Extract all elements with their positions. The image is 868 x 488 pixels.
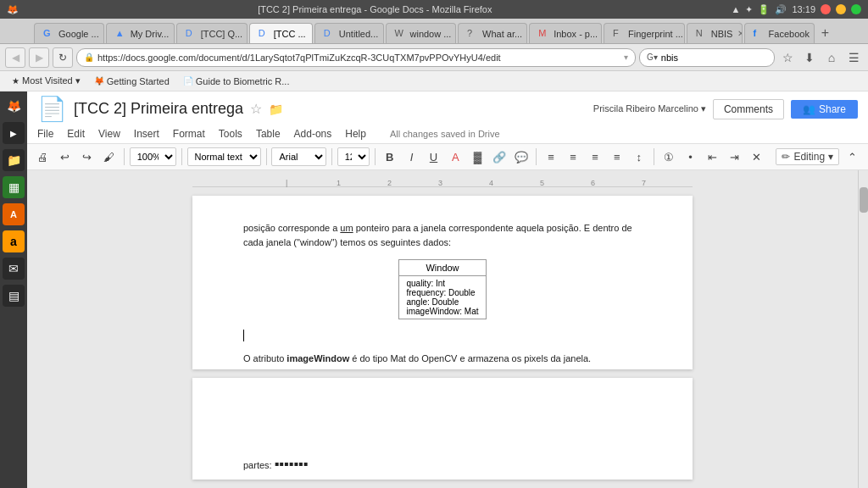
toolbar-bulletlist-btn[interactable]: •	[682, 147, 700, 167]
tab-fingerprint[interactable]: F Fingerprint ... ✕	[604, 23, 685, 43]
docs-folder-icon[interactable]: 📁	[269, 103, 283, 116]
toolbar-align-justify-btn[interactable]: ≡	[608, 147, 626, 167]
battery-icon: 🔋	[758, 4, 770, 15]
menu-addons[interactable]: Add-ons	[294, 126, 332, 141]
back-button[interactable]: ◀	[5, 47, 25, 68]
toolbar-clearformat-btn[interactable]: ✕	[747, 147, 765, 167]
home-icon[interactable]: ⌂	[822, 48, 841, 67]
toolbar-linespacing-btn[interactable]: ↕	[630, 147, 648, 167]
tab-what-label: What ar...	[482, 29, 522, 39]
sidebar-icon-terminal[interactable]: ▶	[3, 122, 25, 144]
toolbar-decrease-indent-btn[interactable]: ⇤	[704, 147, 722, 167]
toolbar-style-select[interactable]: Normal text	[187, 147, 261, 166]
sidebar-icon-firefox[interactable]: 🦊	[3, 95, 25, 117]
toolbar-comment-btn[interactable]: 💬	[512, 147, 531, 167]
menu-table[interactable]: Table	[256, 126, 281, 141]
tab-nbis-close[interactable]: ✕	[737, 29, 742, 38]
close-btn[interactable]	[821, 4, 831, 14]
maximize-btn[interactable]	[851, 4, 861, 14]
tab-window[interactable]: W window ... ✕	[386, 23, 457, 43]
tab-tcc-q[interactable]: D [TCC] Q... ✕	[176, 23, 248, 43]
bookmark-getting-started[interactable]: 🦊 Getting Started	[89, 73, 175, 90]
bookmarks-star-icon[interactable]: ☆	[778, 48, 797, 67]
tab-nbis-favicon: N	[696, 28, 708, 40]
sidebar-icon-amazon[interactable]: a	[3, 230, 25, 252]
download-icon[interactable]: ⬇	[800, 48, 819, 67]
sidebar-icon-text[interactable]: A	[3, 203, 25, 225]
window-title: [TCC 2] Primeira entrega - Google Docs -…	[19, 4, 732, 14]
table-header: Window	[399, 260, 486, 276]
search-bar[interactable]: G▾	[639, 48, 775, 67]
tab-tcc-main-close[interactable]: ✕	[311, 29, 313, 38]
tab-untitled[interactable]: D Untitled... ✕	[314, 23, 384, 43]
toolbar-color-btn[interactable]: A	[446, 147, 465, 167]
toolbar-link-btn[interactable]: 🔗	[490, 147, 509, 167]
toolbar-redo-btn[interactable]: ↪	[78, 147, 97, 167]
sidebar-icon-files[interactable]: 📁	[3, 149, 25, 171]
toolbar-align-left-btn[interactable]: ≡	[542, 147, 560, 167]
toolbar-italic-btn[interactable]: I	[403, 147, 421, 167]
toolbar-paintformat-btn[interactable]: 🖌	[100, 147, 119, 167]
comments-button[interactable]: Comments	[713, 99, 784, 119]
menu-edit[interactable]: Edit	[67, 126, 85, 141]
toolbar-numberedlist-btn[interactable]: ①	[659, 147, 678, 167]
scroll-thumb[interactable]	[860, 187, 868, 213]
tab-window-favicon: W	[395, 28, 407, 40]
getting-started-label: Getting Started	[107, 76, 170, 86]
tabbar: G Google ... ✕ ▲ My Driv... ✕ D [TCC] Q.…	[0, 19, 868, 44]
toolbar-align-center-btn[interactable]: ≡	[564, 147, 582, 167]
address-bar[interactable]: 🔒 https://docs.google.com/document/d/1La…	[76, 48, 636, 67]
minimize-btn[interactable]	[836, 4, 846, 14]
toolbar-underline-btn[interactable]: U	[425, 147, 443, 167]
sidebar-icon-misc[interactable]: ▤	[3, 285, 25, 307]
tab-nbis[interactable]: N NBIS ✕	[687, 23, 743, 43]
menu-view[interactable]: View	[98, 126, 120, 141]
menu-format[interactable]: Format	[173, 126, 205, 141]
toolbar-print-btn[interactable]: 🖨	[34, 147, 53, 167]
reload-button[interactable]: ↻	[53, 47, 73, 68]
tab-google[interactable]: G Google ... ✕	[34, 23, 104, 43]
tab-mydrive[interactable]: ▲ My Driv... ✕	[106, 23, 175, 43]
forward-button[interactable]: ▶	[29, 47, 49, 68]
tab-fingerprint-favicon: F	[613, 28, 625, 40]
toolbar-zoom-select[interactable]: 100%	[130, 147, 176, 166]
share-button[interactable]: 👥 Share	[791, 100, 858, 119]
tab-facebook-label: Facebook	[769, 29, 810, 39]
toolbar-bold-btn[interactable]: B	[381, 147, 399, 167]
menu-insert[interactable]: Insert	[134, 126, 159, 141]
bookmark-guide[interactable]: 📄 Guide to Biometric R...	[178, 73, 295, 90]
menu-file[interactable]: File	[37, 126, 53, 141]
toolbar-size-select[interactable]: 12	[337, 147, 370, 166]
toolbar-font-select[interactable]: Arial	[271, 147, 326, 166]
navbar: ◀ ▶ ↻ 🔒 https://docs.google.com/document…	[0, 44, 868, 71]
toolbar-sep1	[124, 148, 125, 165]
tab-untitled-favicon: D	[324, 28, 336, 40]
toolbar-sep6	[536, 148, 537, 165]
tab-facebook[interactable]: f Facebook ✕	[744, 23, 815, 43]
doc-scroll[interactable]: | 1 2 3 4 5 6 7 posição corresponde a um…	[27, 170, 858, 488]
toolbar-more-btn[interactable]: ⌃	[843, 147, 861, 167]
url-dropdown-icon[interactable]: ▾	[624, 53, 628, 62]
clock: 13:19	[792, 4, 815, 14]
sidebar-icon-spreadsheet[interactable]: ▦	[3, 176, 25, 198]
toolbar-edit-mode[interactable]: ✏ Editing ▾	[776, 148, 839, 165]
search-input[interactable]	[661, 53, 746, 63]
tab-tcc-main[interactable]: D [TCC ... ✕	[249, 23, 313, 43]
docs-star-icon[interactable]: ☆	[250, 101, 262, 117]
docs-header: 📄 [TCC 2] Primeira entrega ☆ 📁 Priscila …	[27, 92, 868, 144]
menu-help[interactable]: Help	[345, 126, 366, 141]
toolbar-increase-indent-btn[interactable]: ⇥	[726, 147, 744, 167]
menu-tools[interactable]: Tools	[219, 126, 242, 141]
bookmark-most-visited[interactable]: ★ Most Visited ▾	[7, 73, 86, 90]
new-tab-button[interactable]: +	[816, 23, 834, 43]
tab-what[interactable]: ? What ar... ✕	[458, 23, 527, 43]
scrollbar[interactable]	[858, 170, 868, 488]
sidebar-icon-mail[interactable]: ✉	[3, 258, 25, 280]
toolbar-align-right-btn[interactable]: ≡	[586, 147, 604, 167]
menu-icon[interactable]: ☰	[844, 48, 863, 67]
tab-inbox[interactable]: M Inbox - p... ✕	[529, 23, 602, 43]
toolbar-undo-btn[interactable]: ↩	[56, 147, 75, 167]
toolbar-highlight-btn[interactable]: ▓	[468, 147, 487, 167]
tab-tcc-q-label: [TCC] Q...	[201, 29, 243, 39]
docs-user[interactable]: Priscila Ribeiro Marcelino ▾	[593, 103, 706, 114]
